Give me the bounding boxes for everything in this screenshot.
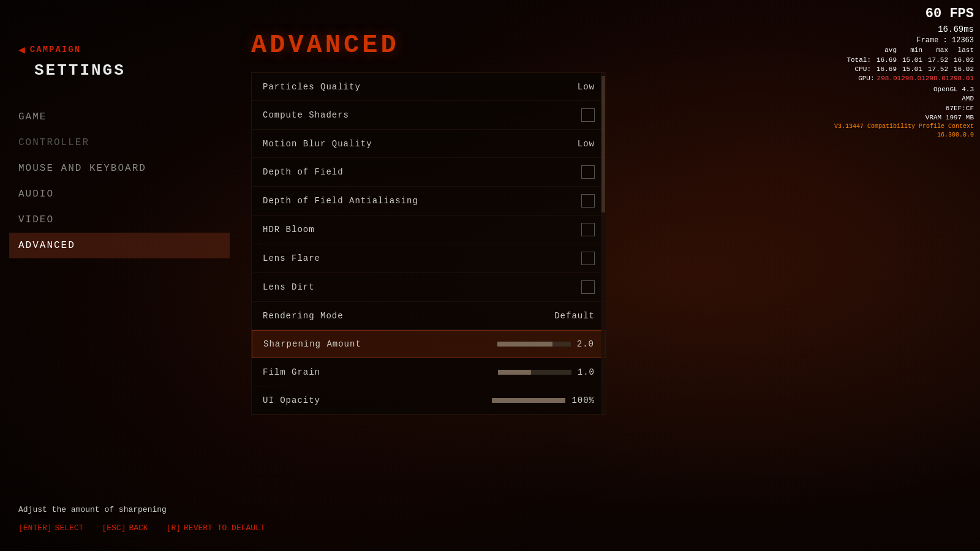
back-arrow-icon: ◀ bbox=[18, 43, 25, 56]
setting-value-ui-opacity: 100% bbox=[571, 395, 595, 405]
setting-row-lens-flare[interactable]: Lens Flare bbox=[252, 244, 606, 273]
controls-hint: [ENTER] SELECT [ESC] BACK [R] REVERT TO … bbox=[18, 523, 962, 533]
setting-name-ui-opacity: UI Opacity bbox=[263, 395, 320, 405]
slider-track-ui-opacity bbox=[492, 398, 565, 403]
stat-header-min: min bbox=[899, 46, 922, 55]
setting-row-compute[interactable]: Compute Shaders bbox=[252, 101, 606, 130]
hint-action-esc: BACK bbox=[129, 523, 148, 533]
fps-mac-id: 67EF:CF bbox=[802, 104, 974, 113]
checkbox-lens-dirt[interactable] bbox=[581, 280, 595, 294]
fps-frame: Frame : 12363 bbox=[802, 36, 974, 46]
setting-row-hdr[interactable]: HDR Bloom bbox=[252, 216, 606, 244]
fps-value: 60 FPS bbox=[802, 5, 974, 24]
back-link[interactable]: ◀ CAMPAIGN bbox=[18, 43, 221, 56]
hint-key-r: [R] bbox=[167, 523, 181, 533]
checkbox-hdr[interactable] bbox=[581, 223, 595, 236]
slider-fill-ui-opacity bbox=[492, 398, 565, 403]
settings-panel: ADVANCED Particles Quality Low Compute S… bbox=[239, 31, 619, 551]
fps-frame-value: 12363 bbox=[952, 36, 974, 45]
checkbox-compute[interactable] bbox=[581, 108, 595, 122]
setting-row-rendering[interactable]: Rendering Mode Default bbox=[252, 302, 606, 330]
checkbox-dof[interactable] bbox=[581, 165, 595, 179]
slider-ui-opacity[interactable]: 100% bbox=[492, 395, 595, 405]
fps-overlay: 60 FPS 16.69ms Frame : 12363 avg min max… bbox=[802, 5, 974, 140]
setting-name-compute: Compute Shaders bbox=[263, 110, 349, 120]
hint-enter: [ENTER] SELECT bbox=[18, 523, 83, 533]
sidebar: ◀ CAMPAIGN SETTINGS GAME CONTROLLER MOUS… bbox=[0, 31, 239, 551]
setting-row-dof-aa[interactable]: Depth of Field Antialiasing bbox=[252, 187, 606, 216]
setting-row-motion-blur[interactable]: Motion Blur Quality Low bbox=[252, 130, 606, 158]
hint-revert: [R] REVERT TO DEFAULT bbox=[167, 523, 265, 533]
settings-list: Particles Quality Low Compute Shaders Mo… bbox=[251, 72, 606, 415]
setting-name-sharpening: Sharpening Amount bbox=[263, 339, 361, 349]
bottom-area: Adjust the amount of sharpening [ENTER] … bbox=[0, 493, 980, 551]
hint-action-r: REVERT TO DEFAULT bbox=[184, 523, 265, 533]
sidebar-item-mouse-keyboard[interactable]: MOUSE AND KEYBOARD bbox=[18, 156, 221, 181]
settings-title: SETTINGS bbox=[18, 61, 221, 80]
fps-total-last: 16.02 bbox=[951, 56, 974, 65]
fps-cpu-max: 17.52 bbox=[925, 65, 948, 74]
setting-name-motion-blur: Motion Blur Quality bbox=[263, 139, 372, 149]
fps-amd: AMD bbox=[802, 94, 974, 103]
fps-cpu-min: 15.01 bbox=[899, 65, 922, 74]
setting-name-lens-flare: Lens Flare bbox=[263, 253, 320, 263]
sidebar-item-video[interactable]: VIDEO bbox=[18, 207, 221, 233]
fps-cpu-label: CPU: bbox=[843, 65, 871, 74]
slider-fill-sharpening bbox=[497, 342, 552, 347]
setting-row-particles[interactable]: Particles Quality Low bbox=[252, 73, 606, 101]
setting-value-film-grain: 1.0 bbox=[578, 367, 595, 377]
setting-value-motion-blur: Low bbox=[578, 139, 595, 149]
stat-header-last: last bbox=[951, 46, 974, 55]
scrollbar[interactable] bbox=[601, 73, 606, 414]
fps-total-min: 15.01 bbox=[899, 56, 922, 65]
slider-film-grain[interactable]: 1.0 bbox=[498, 367, 595, 377]
sidebar-item-game[interactable]: GAME bbox=[18, 104, 221, 130]
sidebar-item-controller: CONTROLLER bbox=[18, 130, 221, 156]
setting-row-dof[interactable]: Depth of Field bbox=[252, 158, 606, 187]
setting-row-lens-dirt[interactable]: Lens Dirt bbox=[252, 273, 606, 302]
setting-name-dof: Depth of Field bbox=[263, 167, 344, 177]
fps-vram: VRAM 1997 MB bbox=[802, 113, 974, 122]
fps-gpu-values: 298.01298.01298.01298.01 bbox=[877, 74, 974, 83]
sidebar-item-advanced[interactable]: ADVANCED bbox=[9, 233, 230, 258]
description-text: Adjust the amount of sharpening bbox=[18, 505, 962, 514]
scroll-thumb bbox=[601, 76, 605, 212]
setting-value-rendering: Default bbox=[554, 311, 595, 321]
fps-total-max: 17.52 bbox=[925, 56, 948, 65]
setting-name-film-grain: Film Grain bbox=[263, 367, 320, 377]
fps-gpu-row: GPU: 298.01298.01298.01298.01 bbox=[802, 74, 974, 83]
setting-value-particles: Low bbox=[578, 82, 595, 92]
fps-ms: 16.69ms bbox=[802, 24, 974, 36]
checkbox-lens-flare[interactable] bbox=[581, 252, 595, 265]
slider-track-film-grain bbox=[498, 370, 571, 375]
setting-value-sharpening: 2.0 bbox=[577, 339, 594, 349]
fps-cpu-last: 16.02 bbox=[951, 65, 974, 74]
stat-header-avg: avg bbox=[873, 46, 897, 55]
setting-name-rendering: Rendering Mode bbox=[263, 311, 344, 321]
fps-cpu-row: CPU: 16.69 15.01 17.52 16.02 bbox=[802, 65, 974, 74]
fps-opengl: OpenGL 4.3 bbox=[802, 85, 974, 94]
back-label: CAMPAIGN bbox=[30, 45, 81, 54]
setting-row-sharpening[interactable]: Sharpening Amount 2.0 bbox=[252, 330, 606, 358]
slider-fill-film-grain bbox=[498, 370, 531, 375]
fps-gpu-label: GPU: bbox=[847, 74, 875, 83]
slider-sharpening[interactable]: 2.0 bbox=[497, 339, 594, 349]
fps-total-avg: 16.69 bbox=[873, 56, 897, 65]
sidebar-item-audio[interactable]: AUDIO bbox=[18, 181, 221, 207]
slider-track-sharpening bbox=[497, 342, 571, 347]
hint-key-enter: [ENTER] bbox=[18, 523, 52, 533]
setting-row-ui-opacity[interactable]: UI Opacity 100% bbox=[252, 386, 606, 414]
setting-name-particles: Particles Quality bbox=[263, 82, 361, 92]
checkbox-dof-aa[interactable] bbox=[581, 194, 595, 208]
setting-name-dof-aa: Depth of Field Antialiasing bbox=[263, 196, 418, 206]
fps-cpu-avg: 16.69 bbox=[873, 65, 897, 74]
stat-header-max: max bbox=[925, 46, 948, 55]
fps-total-row: Total: 16.69 15.01 17.52 16.02 bbox=[802, 56, 974, 65]
fps-compat: V3.13447 Compatibility Profile Context 1… bbox=[802, 122, 974, 140]
setting-row-film-grain[interactable]: Film Grain 1.0 bbox=[252, 358, 606, 386]
fps-total-label: Total: bbox=[843, 56, 871, 65]
fps-frame-label: Frame : bbox=[916, 36, 947, 45]
hint-action-enter: SELECT bbox=[55, 523, 84, 533]
hint-key-esc: [ESC] bbox=[102, 523, 126, 533]
fps-stats-headers: avg min max last bbox=[802, 46, 974, 55]
